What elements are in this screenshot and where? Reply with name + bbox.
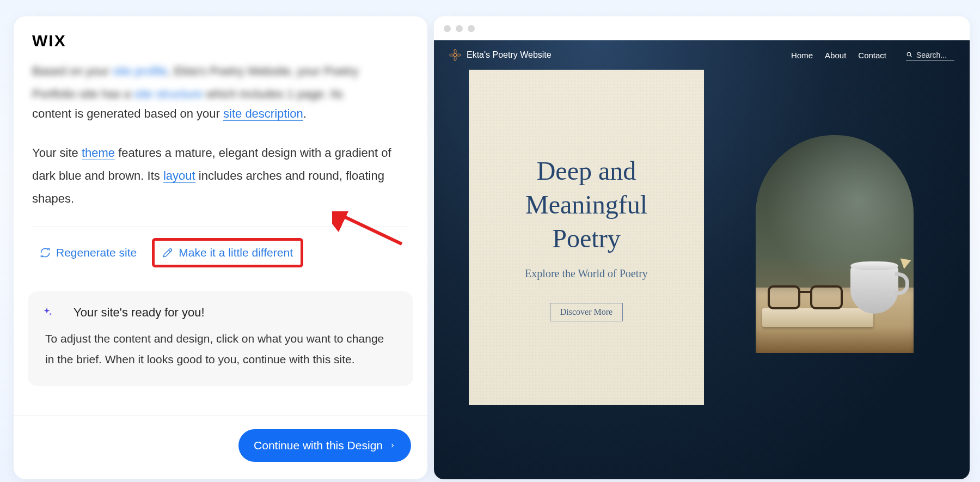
site-description-link[interactable]: site description xyxy=(223,107,303,121)
regenerate-label: Regenerate site xyxy=(56,246,137,259)
ready-card: Your site's ready for you! To adjust the… xyxy=(28,291,413,386)
preview-browser: Ekta's Poetry Website Home About Contact… xyxy=(434,16,970,479)
hero-arch-image xyxy=(756,135,914,353)
site-topbar: Ekta's Poetry Website Home About Contact xyxy=(434,40,970,70)
svg-point-4 xyxy=(457,54,461,56)
make-different-button[interactable]: Make it a little different xyxy=(152,238,303,267)
brief-paragraph-2: Your site theme features a mature, elega… xyxy=(14,142,427,210)
brand-text: Ekta's Poetry Website xyxy=(467,50,552,60)
site-nav: Home About Contact xyxy=(791,50,954,61)
site-preview: Ekta's Poetry Website Home About Contact… xyxy=(434,40,970,479)
svg-point-3 xyxy=(450,54,454,56)
discover-more-button[interactable]: Discover More xyxy=(550,303,623,321)
continue-design-button[interactable]: Continue with this Design xyxy=(238,429,411,462)
site-brand[interactable]: Ekta's Poetry Website xyxy=(449,49,552,61)
search-input[interactable] xyxy=(916,51,954,59)
browser-chrome xyxy=(434,16,970,40)
blurred-brief-text: Based on your site profile, Ekta's Poetr… xyxy=(14,60,427,106)
hero-subtitle: Explore the World of Poetry xyxy=(525,267,648,280)
hero-poster: Deep and Meaningful Poetry Explore the W… xyxy=(469,70,704,405)
mug-graphic xyxy=(850,259,909,314)
nav-home[interactable]: Home xyxy=(791,51,813,60)
traffic-light-dot xyxy=(444,25,451,32)
svg-point-0 xyxy=(454,53,457,57)
make-different-label: Make it a little different xyxy=(179,246,293,259)
chevron-right-icon xyxy=(389,442,396,449)
brush-icon xyxy=(162,247,173,258)
svg-point-2 xyxy=(454,57,456,60)
panel-footer: Continue with this Design xyxy=(14,416,427,479)
brief-panel: WIX Based on your site profile, Ekta's P… xyxy=(14,16,427,479)
layout-link[interactable]: layout xyxy=(163,169,195,183)
traffic-light-dot xyxy=(456,25,463,32)
refresh-icon xyxy=(40,247,51,258)
svg-point-1 xyxy=(454,50,456,53)
glasses-graphic xyxy=(768,285,849,312)
nav-contact[interactable]: Contact xyxy=(858,51,886,60)
hero-title: Deep and Meaningful Poetry xyxy=(525,154,647,255)
sparkle-icon xyxy=(41,307,53,321)
ready-title: Your site's ready for you! xyxy=(74,306,396,320)
panel-header: WIX xyxy=(14,16,427,60)
brief-paragraph-1: content is generated based on your site … xyxy=(14,102,427,125)
brand-flower-icon xyxy=(449,49,461,61)
theme-link[interactable]: theme xyxy=(82,146,115,160)
nav-about[interactable]: About xyxy=(825,51,846,60)
site-search[interactable] xyxy=(906,50,954,61)
wix-logo: WIX xyxy=(32,32,409,50)
traffic-light-dot xyxy=(468,25,475,32)
svg-point-5 xyxy=(907,52,911,56)
regenerate-site-button[interactable]: Regenerate site xyxy=(32,241,144,265)
search-icon xyxy=(906,51,913,58)
ready-body: To adjust the content and design, click … xyxy=(45,328,396,370)
continue-label: Continue with this Design xyxy=(254,439,383,452)
